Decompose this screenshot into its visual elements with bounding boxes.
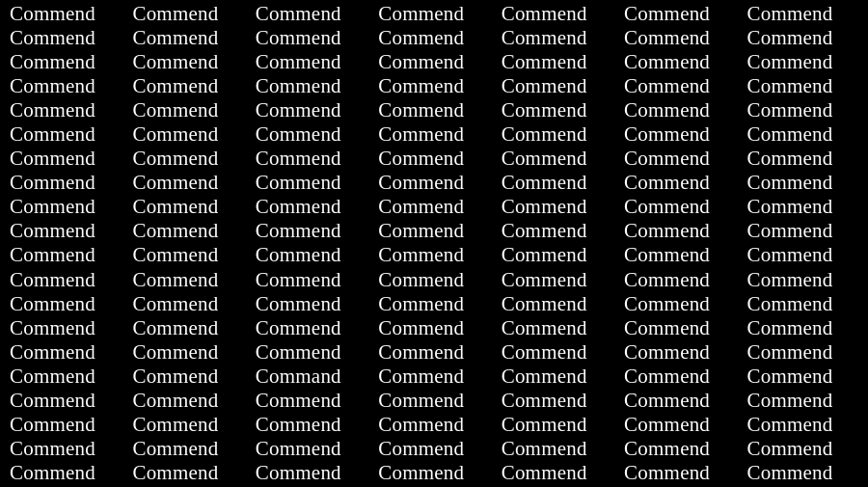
commend-word: Commend (126, 413, 249, 437)
commend-word: Commend (742, 340, 864, 365)
commend-word: Commend (496, 292, 618, 316)
commend-word: Commend (618, 2, 741, 26)
commend-word: Commend (4, 195, 126, 219)
commend-word: Commend (126, 171, 249, 195)
commend-word: Commend (742, 219, 864, 243)
commend-word: Commend (4, 147, 126, 171)
commend-word: Commend (618, 98, 741, 122)
commend-word: Commend (742, 147, 864, 171)
commend-word: Commend (250, 195, 372, 219)
commend-word: Commend (742, 195, 864, 219)
grid-row: CommendCommendCommendCommendCommendComme… (4, 437, 864, 461)
commend-word: Commend (4, 2, 126, 26)
commend-word: Commend (496, 365, 618, 389)
commend-word: Commend (4, 219, 126, 243)
commend-word: Commend (496, 316, 618, 340)
commend-word: Commend (4, 437, 126, 461)
commend-word: Commend (126, 243, 249, 267)
commend-word: Commend (126, 50, 249, 74)
commend-word: Commend (618, 413, 741, 437)
commend-word: Commend (250, 147, 372, 171)
commend-word: Commend (372, 147, 495, 171)
commend-word: Commend (618, 340, 741, 365)
commend-word: Commend (4, 292, 126, 316)
commend-word: Commend (742, 171, 864, 195)
commend-word: Commend (126, 316, 249, 340)
commend-word: Commend (126, 74, 249, 98)
grid-row: CommendCommendCommendCommendCommendComme… (4, 316, 864, 340)
grid-row: CommendCommendCommendCommendCommendComme… (4, 219, 864, 243)
commend-word: Commend (742, 50, 864, 74)
commend-word: Commend (618, 74, 741, 98)
commend-word: Commend (372, 195, 495, 219)
commend-word: Commend (372, 26, 495, 50)
commend-word: Commend (4, 461, 126, 485)
commend-word: Commend (372, 365, 495, 389)
grid-row: CommendCommendCommandCommendCommendComme… (4, 365, 864, 389)
commend-word: Commend (250, 340, 372, 365)
commend-word: Commend (126, 292, 249, 316)
commend-word: Commend (4, 98, 126, 122)
commend-word: Commend (250, 413, 372, 437)
commend-word: Commend (742, 292, 864, 316)
commend-word: Commend (4, 316, 126, 340)
commend-word: Commend (372, 389, 495, 413)
commend-word: Commend (618, 268, 741, 292)
commend-word: Commend (618, 219, 741, 243)
commend-word: Commend (618, 147, 741, 171)
grid-row: CommendCommendCommendCommendCommendComme… (4, 340, 864, 365)
commend-word: Commend (4, 171, 126, 195)
commend-word: Commend (126, 219, 249, 243)
commend-word: Commend (742, 2, 864, 26)
commend-word: Commend (126, 122, 249, 147)
commend-word: Commend (742, 268, 864, 292)
commend-word: Commend (618, 171, 741, 195)
commend-word: Commend (372, 461, 495, 485)
commend-word: Commend (618, 316, 741, 340)
commend-word: Commend (372, 50, 495, 74)
grid-row: CommendCommendCommendCommendCommendComme… (4, 74, 864, 98)
commend-word: Commend (126, 98, 249, 122)
commend-word: Commend (496, 26, 618, 50)
commend-word: Commend (742, 316, 864, 340)
commend-word: Commend (742, 122, 864, 147)
commend-word: Commend (126, 26, 249, 50)
grid-row: CommendCommendCommendCommendCommendComme… (4, 2, 864, 26)
commend-word: Commend (496, 437, 618, 461)
commend-word: Commend (372, 171, 495, 195)
grid-row: CommendCommendCommendCommendCommendComme… (4, 461, 864, 485)
commend-word: Commend (742, 98, 864, 122)
commend-word: Commend (250, 316, 372, 340)
commend-word: Commend (250, 50, 372, 74)
commend-word: Commend (496, 98, 618, 122)
commend-word: Commend (372, 98, 495, 122)
commend-word: Commend (496, 74, 618, 98)
commend-word: Commend (250, 219, 372, 243)
commend-word: Commend (250, 2, 372, 26)
commend-word: Commend (742, 243, 864, 267)
commend-word: Commend (4, 340, 126, 365)
commend-word: Commend (496, 340, 618, 365)
commend-word: Commend (250, 243, 372, 267)
commend-word: Commend (372, 413, 495, 437)
commend-word: Commend (126, 365, 249, 389)
grid-row: CommendCommendCommendCommendCommendComme… (4, 171, 864, 195)
commend-word: Commend (126, 268, 249, 292)
commend-word: Commend (496, 243, 618, 267)
commend-word: Commend (126, 389, 249, 413)
commend-word: Commend (742, 461, 864, 485)
commend-word: Commend (372, 74, 495, 98)
commend-word: Commend (250, 26, 372, 50)
commend-word: Commend (496, 195, 618, 219)
commend-word: Commend (4, 365, 126, 389)
commend-word: Commend (250, 98, 372, 122)
commend-word: Commend (618, 195, 741, 219)
commend-word: Commend (250, 74, 372, 98)
commend-word: Commend (742, 389, 864, 413)
commend-word: Commend (250, 268, 372, 292)
commend-word: Commend (372, 292, 495, 316)
commend-word: Commend (126, 2, 249, 26)
commend-word: Commend (250, 461, 372, 485)
commend-word: Commend (618, 26, 741, 50)
commend-word: Commend (496, 461, 618, 485)
